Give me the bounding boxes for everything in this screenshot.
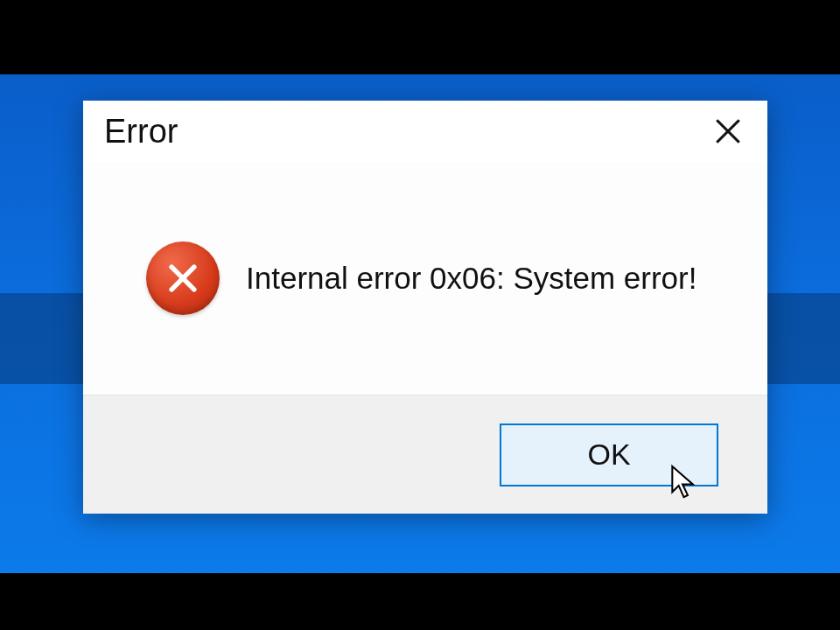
error-icon: [146, 242, 220, 315]
ok-button[interactable]: OK: [500, 424, 718, 486]
desktop-background: Error Internal error 0x06: System error!…: [0, 74, 840, 573]
dialog-content: Internal error 0x06: System error!: [83, 162, 767, 395]
close-button[interactable]: [706, 109, 750, 153]
close-icon: [713, 116, 743, 146]
dialog-titlebar[interactable]: Error: [83, 101, 767, 162]
dialog-title: Error: [104, 113, 178, 150]
error-message: Internal error 0x06: System error!: [246, 261, 696, 296]
error-x-icon: [164, 259, 202, 298]
error-dialog: Error Internal error 0x06: System error!…: [83, 101, 767, 514]
dialog-footer: OK: [83, 395, 767, 514]
